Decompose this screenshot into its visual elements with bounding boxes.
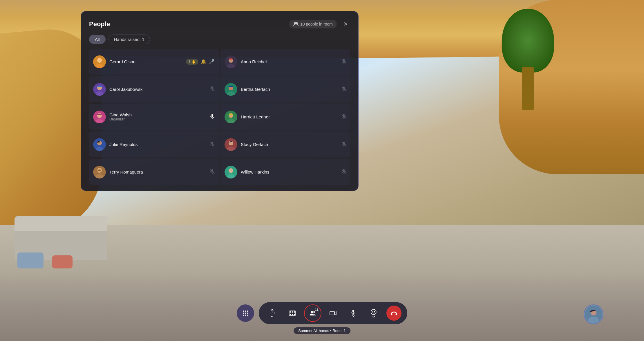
close-button[interactable]: ✕ — [341, 19, 350, 29]
mic-muted-icon-harriett — [341, 114, 346, 120]
avatar-stacy-gerlach — [225, 138, 237, 151]
person-row-carol-jakubowski: Carol Jakubowski — [89, 76, 219, 102]
mic-muted-icon-stacy — [341, 141, 346, 148]
person-name-terry-romaguera: Terry Romaguera — [109, 169, 207, 174]
tab-hands-raised[interactable]: Hands raised: 1 — [108, 35, 150, 44]
svg-point-74 — [311, 311, 313, 313]
people-grid: Gerard Olson 1 ✋ 🔔 🎤 — [89, 49, 350, 185]
svg-rect-68 — [290, 311, 291, 313]
person-controls-harriett-ledner — [341, 114, 346, 120]
person-row-julie-reynolds: Julie Reynolds — [89, 131, 219, 157]
mic-muted-icon-carol — [210, 86, 215, 93]
person-controls-willow-harkins — [341, 169, 346, 175]
person-info-anna-reichel: Anna Reichel — [241, 59, 338, 64]
avatar-harriett-ledner — [225, 111, 237, 123]
mic-icon-gina — [210, 114, 215, 120]
bg-cushion1 — [17, 252, 44, 268]
person-info-carol-jakubowski: Carol Jakubowski — [109, 87, 207, 92]
camera-button[interactable] — [325, 306, 341, 321]
mic-muted-icon-julie — [210, 141, 215, 148]
person-name-anna-reichel: Anna Reichel — [241, 59, 338, 64]
svg-point-81 — [372, 311, 373, 312]
person-controls-stacy-gerlach — [341, 141, 346, 148]
svg-point-80 — [371, 309, 376, 315]
person-name-harriett-ledner: Harriett Ledner — [241, 114, 338, 119]
local-user-avatar — [584, 304, 603, 324]
svg-rect-76 — [330, 311, 334, 315]
svg-rect-69 — [292, 311, 293, 313]
person-controls-carol-jakubowski — [210, 86, 215, 93]
people-count-icon — [293, 21, 299, 27]
person-row-bertha-gerlach: Bertha Gerlach — [220, 76, 350, 102]
share-button[interactable] — [265, 306, 280, 321]
hand-raised-badge: 1 ✋ — [186, 59, 198, 65]
person-name-carol-jakubowski: Carol Jakubowski — [109, 87, 207, 92]
emoji-button[interactable] — [366, 306, 381, 321]
avatar-carol-jakubowski — [93, 83, 106, 96]
avatar-bertha-gerlach — [225, 83, 237, 96]
avatar-terry-romaguera — [93, 166, 106, 178]
svg-point-82 — [374, 311, 375, 312]
avatar-gina-walsh — [93, 111, 106, 123]
people-count-badge: 10 people in room — [289, 20, 337, 28]
person-row-anna-reichel: Anna Reichel — [220, 49, 350, 75]
person-controls-anna-reichel — [341, 59, 346, 65]
mic-muted-icon-terry — [210, 169, 215, 175]
person-name-gina-walsh: Gina Walsh — [109, 112, 207, 117]
hand-count: 1 — [188, 59, 190, 64]
mic-muted-icon-bertha — [341, 86, 346, 93]
person-info-terry-romaguera: Terry Romaguera — [109, 169, 207, 174]
person-controls-julie-reynolds — [210, 141, 215, 148]
svg-point-66 — [247, 315, 248, 316]
people-count-text: 10 people in room — [300, 22, 333, 26]
person-row-gerard-olson: Gerard Olson 1 ✋ 🔔 🎤 — [89, 49, 219, 75]
grid-button[interactable] — [237, 304, 254, 322]
bg-tree-trunk — [522, 67, 534, 110]
svg-point-64 — [243, 315, 244, 316]
person-row-stacy-gerlach: Stacy Gerlach — [220, 131, 350, 157]
panel-header: People 10 people in room ✕ — [89, 19, 350, 29]
toolbar: 11 — [237, 302, 407, 324]
close-icon: ✕ — [343, 21, 348, 27]
person-info-gina-walsh: Gina Walsh Organizer — [109, 112, 207, 121]
svg-point-84 — [396, 314, 397, 315]
end-call-button[interactable] — [386, 306, 401, 321]
people-panel: People 10 people in room ✕ — [81, 11, 359, 191]
person-name-julie-reynolds: Julie Reynolds — [109, 142, 207, 147]
meeting-label: Summer All-hands • Room 1 — [294, 327, 350, 334]
person-controls-terry-romaguera — [210, 169, 215, 175]
svg-rect-26 — [211, 114, 213, 117]
person-info-willow-harkins: Willow Harkins — [241, 169, 338, 174]
svg-rect-71 — [290, 314, 291, 315]
tab-all[interactable]: All — [89, 35, 106, 44]
person-row-harriett-ledner: Harriett Ledner — [220, 104, 350, 130]
bell-icon: 🔔 — [201, 59, 207, 64]
person-row-gina-walsh: Gina Walsh Organizer — [89, 104, 219, 130]
svg-point-59 — [245, 311, 246, 312]
person-info-harriett-ledner: Harriett Ledner — [241, 114, 338, 119]
person-info-stacy-gerlach: Stacy Gerlach — [241, 142, 338, 147]
mic-button[interactable] — [346, 306, 361, 321]
avatar-anna-reichel — [225, 55, 237, 68]
mic-muted-icon-willow — [341, 169, 346, 175]
svg-rect-70 — [294, 311, 295, 313]
person-info-julie-reynolds: Julie Reynolds — [109, 142, 207, 147]
person-info-bertha-gerlach: Bertha Gerlach — [241, 87, 338, 92]
person-row-terry-romaguera: Terry Romaguera — [89, 159, 219, 185]
person-info-gerard-olson: Gerard Olson — [109, 59, 182, 64]
svg-point-60 — [247, 311, 248, 312]
bg-cushion2 — [52, 255, 73, 268]
person-controls-gina-walsh — [210, 114, 215, 120]
svg-rect-72 — [292, 314, 293, 315]
avatar-willow-harkins — [225, 166, 237, 178]
toolbar-pill: 11 — [259, 302, 407, 324]
person-controls-gerard-olson: 1 ✋ 🔔 🎤 — [186, 59, 215, 65]
svg-point-3 — [97, 58, 102, 63]
filmstrip-button[interactable] — [285, 306, 300, 321]
svg-point-62 — [245, 313, 246, 314]
panel-header-right: 10 people in room ✕ — [289, 19, 350, 29]
people-button[interactable]: 11 — [305, 306, 320, 321]
avatar-gerard-olson — [93, 55, 106, 68]
bg-tree — [499, 9, 557, 110]
person-name-gerard-olson: Gerard Olson — [109, 59, 182, 64]
